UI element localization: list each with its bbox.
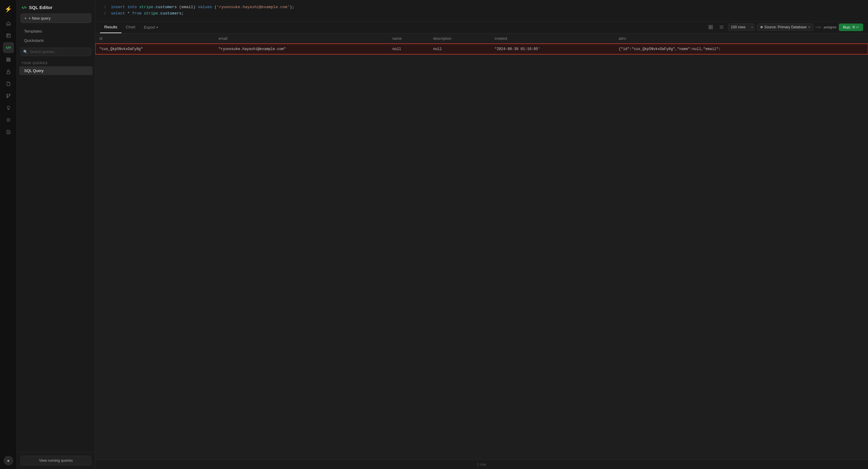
svg-rect-22 [711, 27, 712, 29]
col-header-attrs: attrs [614, 33, 868, 44]
col-header-id: id [95, 33, 214, 44]
role-value: postgres [824, 25, 836, 29]
results-area: id email name description created attrs … [95, 33, 868, 460]
svg-rect-20 [711, 25, 712, 27]
code-line-1: 1 insert into stripe.customers (email) v… [101, 4, 862, 10]
source-status-dot [761, 26, 763, 28]
document-icon[interactable] [3, 79, 14, 89]
svg-rect-21 [709, 27, 710, 29]
svg-rect-19 [709, 25, 710, 27]
svg-rect-5 [7, 59, 10, 60]
icon-bar: ⚡ [0, 0, 17, 469]
code-editor[interactable]: 1 insert into stripe.customers (email) v… [95, 0, 868, 22]
svg-rect-4 [7, 58, 10, 59]
code-content-1: insert into stripe.customers (email) val… [111, 4, 294, 10]
lock-icon[interactable] [3, 66, 14, 77]
table-row[interactable]: "cus_Qkp5NvkxOaFy8g" "ryunosuke.hayashi@… [95, 44, 868, 54]
search-queries-box: 🔍 [21, 48, 91, 56]
col-header-name: name [388, 33, 429, 44]
your-queries-label: YOUR QUERIES [17, 59, 95, 66]
search-icon: 🔍 [23, 50, 28, 54]
main-content: 1 insert into stripe.customers (email) v… [95, 0, 868, 469]
cell-created: "2024-08-30 01:16:05' [490, 44, 615, 54]
code-content-2: select * from stripe.customers; [111, 10, 184, 17]
sidebar-sql-icon [22, 5, 27, 10]
source-database-button[interactable]: Source: Primary Database ▾ [757, 24, 813, 31]
cell-description: null [429, 44, 490, 54]
row-count-footer: 1 row [95, 460, 868, 469]
source-chevron-icon: ▾ [808, 25, 810, 29]
rows-per-page-select[interactable]: 100 rows 500 rows 1000 rows [728, 24, 755, 31]
export-chevron-icon: ▾ [156, 26, 158, 29]
col-header-created: created [490, 33, 615, 44]
sidebar-header: SQL Editor [17, 0, 95, 13]
new-query-button[interactable]: + + New query [21, 13, 91, 23]
line-number-1: 1 [101, 4, 106, 10]
sidebar-title: SQL Editor [29, 5, 53, 10]
sidebar-footer: View running queries [17, 452, 95, 469]
rows-per-page-wrapper: 100 rows 500 rows 1000 rows ▾ [728, 24, 755, 31]
list-icon[interactable] [3, 115, 14, 125]
toolbar-right: 100 rows 500 rows 1000 rows ▾ Source: Pr… [707, 23, 863, 31]
app-logo[interactable]: ⚡ [3, 4, 14, 14]
avatar-icon[interactable]: ● [4, 456, 13, 465]
icon-bar-top: ⚡ [3, 4, 14, 455]
search-queries-input[interactable] [21, 48, 91, 56]
tab-export[interactable]: Export ▾ [140, 21, 162, 33]
sql-query-item[interactable]: SQL Query [19, 66, 93, 75]
sql-editor-icon[interactable] [3, 42, 14, 53]
row-count-label: 1 row [477, 462, 486, 467]
line-number-2: 2 [101, 10, 106, 17]
svg-point-8 [7, 94, 8, 95]
run-label: Run [843, 25, 850, 30]
templates-link[interactable]: Templates [19, 27, 93, 36]
list-view-button[interactable] [717, 23, 726, 31]
svg-line-3 [8, 46, 9, 49]
new-query-plus-icon: + [24, 16, 27, 21]
results-table: id email name description created attrs … [95, 33, 868, 55]
layers-icon[interactable] [3, 54, 14, 65]
bulb-icon[interactable] [3, 102, 14, 113]
icon-bar-bottom: ● [4, 456, 13, 465]
run-query-button[interactable]: Run ⌘ ↵ [839, 24, 863, 31]
view-running-queries-button[interactable]: View running queries [21, 456, 91, 465]
role-label: role [816, 25, 821, 29]
svg-line-18 [24, 6, 25, 9]
cell-email: "ryunosuke.hayashi@example.com" [214, 44, 388, 54]
file-alt-icon[interactable] [3, 127, 14, 137]
tab-chart[interactable]: Chart [121, 21, 140, 33]
svg-rect-0 [7, 34, 10, 37]
cell-attrs: {"id":"cus_Qkp5NvkxOaFy8g","name":null,"… [614, 44, 868, 54]
table-icon[interactable] [3, 30, 14, 41]
tab-results[interactable]: Results [100, 21, 121, 33]
results-toolbar: Results Chart Export ▾ [95, 22, 868, 33]
svg-rect-7 [7, 72, 10, 74]
run-keyboard-shortcut: ⌘ ↵ [852, 25, 859, 29]
cell-id: "cus_Qkp5NvkxOaFy8g" [95, 44, 214, 54]
branch-icon[interactable] [3, 90, 14, 101]
new-query-label: + New query [29, 16, 51, 21]
source-label: Source: Primary Database [764, 25, 807, 29]
svg-point-10 [9, 94, 10, 95]
quickstarts-link[interactable]: Quickstarts [19, 36, 93, 45]
col-header-description: description [429, 33, 490, 44]
col-header-email: email [214, 33, 388, 44]
sidebar: SQL Editor + + New query Templates Quick… [17, 0, 95, 469]
svg-rect-6 [7, 61, 10, 61]
home-icon[interactable] [3, 18, 14, 29]
cell-name: null [388, 44, 429, 54]
table-header-row: id email name description created attrs [95, 33, 868, 44]
grid-view-button[interactable] [707, 23, 715, 31]
code-line-2: 2 select * from stripe.customers; [101, 10, 862, 17]
